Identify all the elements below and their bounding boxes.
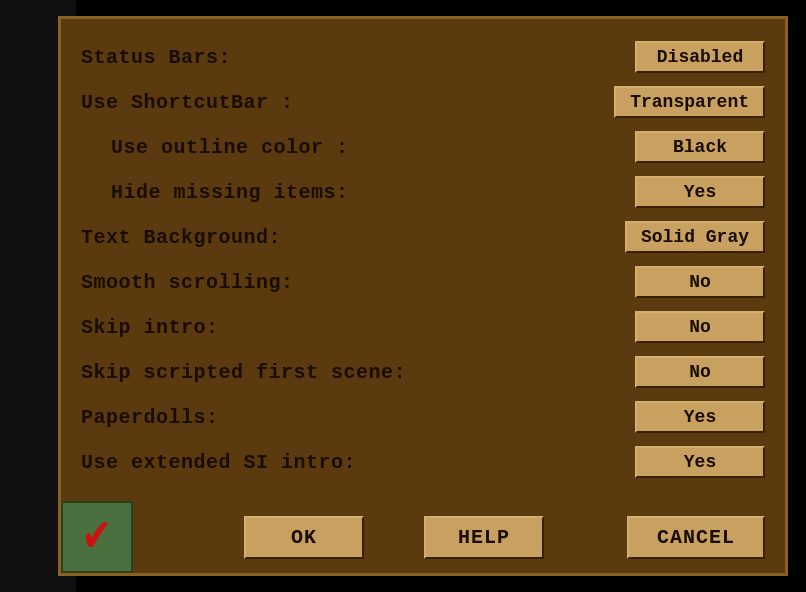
settings-row: Hide missing items:Yes [81,170,765,215]
ok-button[interactable]: OK [244,516,364,559]
option-button[interactable]: Solid Gray [625,221,765,253]
row-label: Use extended SI intro: [81,451,356,474]
row-label: Hide missing items: [81,181,349,204]
option-button[interactable]: Transparent [614,86,765,118]
option-button[interactable]: No [635,356,765,388]
row-label: Use ShortcutBar : [81,91,294,114]
row-label: Status Bars: [81,46,231,69]
checkmark-icon: ✔ [84,511,109,563]
settings-row: Paperdolls:Yes [81,395,765,440]
row-label: Skip scripted first scene: [81,361,406,384]
option-button[interactable]: Yes [635,176,765,208]
footer: ✔ OK HELP CANCEL [61,506,785,573]
option-button[interactable]: Disabled [635,41,765,73]
row-label: Text Background: [81,226,281,249]
settings-content: Status Bars:DisabledUse ShortcutBar :Tra… [61,19,785,506]
option-button[interactable]: No [635,266,765,298]
settings-row: Skip intro:No [81,305,765,350]
settings-row: Skip scripted first scene:No [81,350,765,395]
option-button[interactable]: Yes [635,446,765,478]
settings-row: Text Background:Solid Gray [81,215,765,260]
settings-row: Use ShortcutBar :Transparent [81,80,765,125]
option-button[interactable]: Black [635,131,765,163]
settings-row: Use outline color :Black [81,125,765,170]
option-button[interactable]: No [635,311,765,343]
cancel-button[interactable]: CANCEL [627,516,765,559]
settings-dialog: Status Bars:DisabledUse ShortcutBar :Tra… [58,16,788,576]
row-label: Smooth scrolling: [81,271,294,294]
row-label: Paperdolls: [81,406,219,429]
settings-row: Smooth scrolling:No [81,260,765,305]
option-button[interactable]: Yes [635,401,765,433]
row-label: Skip intro: [81,316,219,339]
row-label: Use outline color : [81,136,349,159]
settings-row: Status Bars:Disabled [81,35,765,80]
help-button[interactable]: HELP [424,516,544,559]
checkmark-box: ✔ [61,501,133,573]
settings-row: Use extended SI intro:Yes [81,440,765,485]
